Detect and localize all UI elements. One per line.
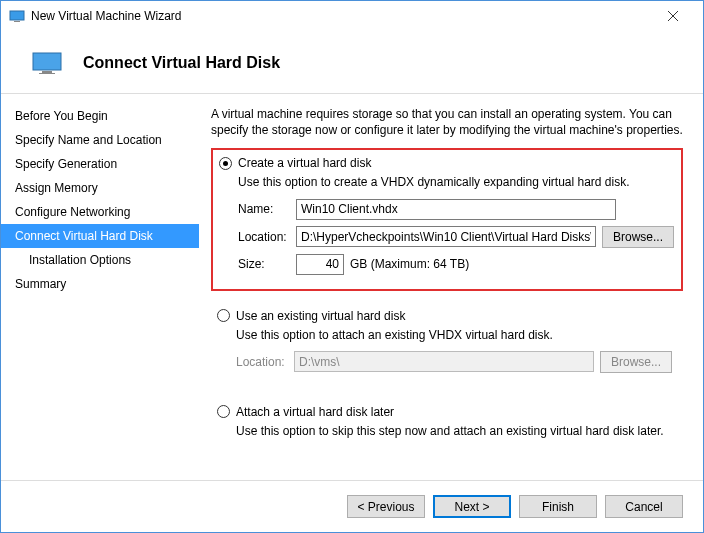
intro-text: A virtual machine requires storage so th… [211, 106, 683, 138]
name-row: Name: [238, 199, 675, 220]
create-vhd-group: Create a virtual hard disk Use this opti… [211, 148, 683, 290]
location-input[interactable] [296, 226, 596, 247]
monitor-icon [31, 51, 63, 75]
existing-vhd-desc: Use this option to attach an existing VH… [236, 327, 677, 343]
step-specify-name[interactable]: Specify Name and Location [1, 128, 199, 152]
location-label: Location: [238, 230, 296, 244]
cancel-button[interactable]: Cancel [605, 495, 683, 518]
existing-vhd-option[interactable]: Use an existing virtual hard disk [217, 309, 677, 323]
wizard-window: New Virtual Machine Wizard Connect Virtu… [0, 0, 704, 533]
later-vhd-label: Attach a virtual hard disk later [236, 405, 394, 419]
wizard-footer: < Previous Next > Finish Cancel [1, 480, 703, 532]
later-vhd-desc: Use this option to skip this step now an… [236, 423, 677, 439]
size-suffix: GB (Maximum: 64 TB) [350, 257, 469, 271]
close-icon [668, 11, 678, 21]
create-vhd-option[interactable]: Create a virtual hard disk [219, 156, 675, 170]
existing-location-label: Location: [236, 355, 294, 369]
radio-later[interactable] [217, 405, 230, 418]
name-label: Name: [238, 202, 296, 216]
page-title: Connect Virtual Hard Disk [83, 54, 280, 72]
size-row: Size: GB (Maximum: 64 TB) [238, 254, 675, 275]
wizard-steps: Before You Begin Specify Name and Locati… [1, 94, 199, 466]
finish-button[interactable]: Finish [519, 495, 597, 518]
titlebar: New Virtual Machine Wizard [1, 1, 703, 31]
step-configure-networking[interactable]: Configure Networking [1, 200, 199, 224]
radio-create[interactable] [219, 157, 232, 170]
svg-rect-0 [10, 11, 24, 20]
next-button[interactable]: Next > [433, 495, 511, 518]
size-input[interactable] [296, 254, 344, 275]
create-vhd-desc: Use this option to create a VHDX dynamic… [238, 174, 675, 190]
step-before-you-begin[interactable]: Before You Begin [1, 104, 199, 128]
later-vhd-option[interactable]: Attach a virtual hard disk later [217, 405, 677, 419]
create-vhd-label: Create a virtual hard disk [238, 156, 371, 170]
step-specify-generation[interactable]: Specify Generation [1, 152, 199, 176]
location-row: Location: Browse... [238, 226, 675, 248]
browse-button[interactable]: Browse... [602, 226, 674, 248]
step-assign-memory[interactable]: Assign Memory [1, 176, 199, 200]
step-installation-options[interactable]: Installation Options [1, 248, 199, 272]
existing-location-input [294, 351, 594, 372]
svg-rect-5 [42, 71, 52, 73]
existing-vhd-label: Use an existing virtual hard disk [236, 309, 405, 323]
size-label: Size: [238, 257, 296, 271]
step-connect-vhd[interactable]: Connect Virtual Hard Disk [1, 224, 199, 248]
close-button[interactable] [650, 1, 695, 31]
content-area: Before You Begin Specify Name and Locati… [1, 94, 703, 466]
svg-rect-1 [14, 21, 20, 22]
later-vhd-group: Attach a virtual hard disk later Use thi… [211, 399, 683, 455]
existing-browse-button: Browse... [600, 351, 672, 373]
wizard-header: Connect Virtual Hard Disk [1, 31, 703, 85]
previous-button[interactable]: < Previous [347, 495, 425, 518]
radio-existing[interactable] [217, 309, 230, 322]
window-title: New Virtual Machine Wizard [31, 9, 650, 23]
name-input[interactable] [296, 199, 616, 220]
existing-vhd-group: Use an existing virtual hard disk Use th… [211, 303, 683, 387]
existing-location-row: Location: Browse... [236, 351, 677, 373]
app-icon [9, 8, 25, 24]
svg-rect-4 [33, 53, 61, 70]
svg-rect-6 [39, 73, 55, 74]
main-panel: A virtual machine requires storage so th… [199, 94, 703, 466]
step-summary[interactable]: Summary [1, 272, 199, 296]
